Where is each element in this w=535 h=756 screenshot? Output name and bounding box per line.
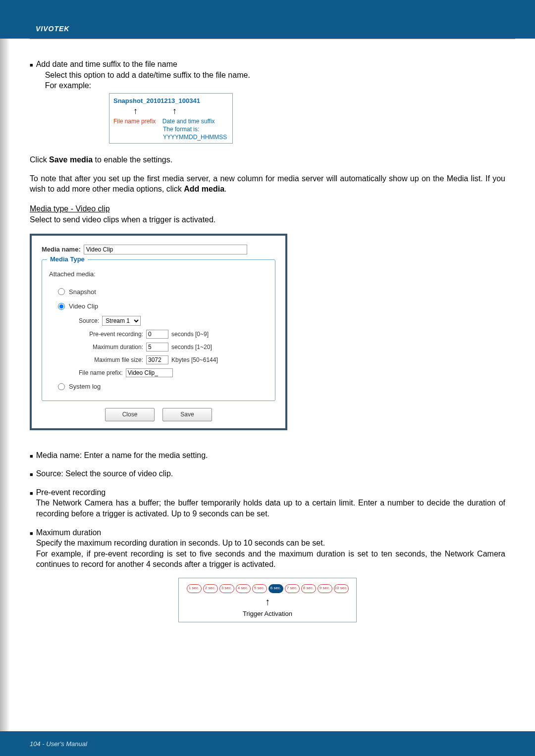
intro-title: Add date and time suffix to the file nam… xyxy=(36,59,250,70)
second-pill: 2 sec. xyxy=(203,584,218,593)
square-bullet-icon: ■ xyxy=(30,487,33,519)
max-filesize-input[interactable] xyxy=(146,355,168,364)
example-prefix-label: File name prefix xyxy=(113,117,156,125)
filename-prefix-label: File name prefix: xyxy=(79,369,123,377)
media-dialog: Media name: Media Type Attached media: S… xyxy=(30,234,287,430)
radio-systemlog-row[interactable]: System log xyxy=(49,379,268,394)
source-select[interactable]: Stream 1 xyxy=(102,316,141,326)
seconds-row: 1 sec.2 sec.3 sec.4 sec.5 sec.6 sec.7 se… xyxy=(184,584,351,593)
text: to enable the settings. xyxy=(93,155,172,164)
square-bullet-icon: ■ xyxy=(30,59,33,91)
second-pill: 7 sec. xyxy=(285,584,300,593)
note-maxdur-title: Maximum duration xyxy=(36,527,505,538)
second-pill: 8 sec. xyxy=(301,584,316,593)
arrow-up-icon: ↑ xyxy=(133,105,138,117)
radio-snapshot-row[interactable]: Snapshot xyxy=(49,285,268,300)
media-type-sub: Select to send video clips when a trigge… xyxy=(30,214,505,225)
media-type-legend: Media Type xyxy=(47,255,88,264)
radio-snapshot-label: Snapshot xyxy=(69,288,96,297)
example-arrows: ↑ ↑ xyxy=(113,105,228,117)
intro-line2: For example: xyxy=(36,80,250,91)
second-pill: 3 sec. xyxy=(219,584,234,593)
footer-text: 104 - User's Manual xyxy=(30,740,87,748)
example-format-label: The format is: YYYYMMDD_HHMMSS xyxy=(163,125,228,141)
pre-event-input[interactable] xyxy=(146,330,168,339)
second-pill: 6 sec. xyxy=(268,584,283,593)
note-source: Source: Select the source of video clip. xyxy=(36,468,173,479)
square-bullet-icon: ■ xyxy=(30,468,33,479)
media-name-input[interactable] xyxy=(84,245,247,254)
trigger-activation-label: Trigger Activation xyxy=(184,609,351,618)
add-media-bold: Add media xyxy=(184,185,224,193)
close-button[interactable]: Close xyxy=(105,408,155,421)
page-header: VIVOTEK xyxy=(0,0,535,39)
max-filesize-label: Maximum file size: xyxy=(79,356,143,364)
media-type-heading: Media type - Video clip xyxy=(30,203,505,214)
radio-videoclip-label: Video Clip xyxy=(69,302,98,311)
pre-event-suffix: seconds [0~9] xyxy=(171,330,209,338)
text: To note that after you set up the first … xyxy=(30,174,505,194)
save-button[interactable]: Save xyxy=(162,408,212,421)
brand-logo: VIVOTEK xyxy=(36,25,69,33)
save-media-line: Click Save media to enable the settings. xyxy=(30,154,505,165)
max-filesize-suffix: Kbytes [50~6144] xyxy=(171,356,218,364)
pre-event-label: Pre-event recording: xyxy=(79,330,143,338)
source-label: Source: xyxy=(79,317,99,325)
save-media-bold: Save media xyxy=(49,155,93,164)
radio-snapshot[interactable] xyxy=(58,288,65,295)
attached-media-label: Attached media: xyxy=(49,270,268,279)
second-pill: 5 sec. xyxy=(252,584,267,593)
example-suffix-label: Date and time suffix xyxy=(162,117,215,125)
arrow-up-icon: ↑ xyxy=(172,105,177,117)
radio-videoclip[interactable] xyxy=(58,303,65,310)
left-gradient-strip xyxy=(0,0,10,756)
intro-bullet: ■ Add date and time suffix to the file n… xyxy=(30,59,505,91)
second-pill: 9 sec. xyxy=(318,584,332,593)
radio-systemlog[interactable] xyxy=(58,383,65,390)
page-content: ■ Add date and time suffix to the file n… xyxy=(0,39,535,632)
add-media-note: To note that after you set up the first … xyxy=(30,173,505,195)
note-maxdur-line1: Specify the maximum recording duration i… xyxy=(36,538,505,549)
filename-prefix-input[interactable] xyxy=(126,368,173,377)
note-preevent-title: Pre-event recording xyxy=(36,487,505,498)
arrow-up-icon: ↑ xyxy=(184,595,351,608)
page-footer: 104 - User's Manual xyxy=(0,731,535,756)
max-duration-suffix: seconds [1~20] xyxy=(171,343,212,351)
max-duration-label: Maximum duration: xyxy=(79,343,143,351)
media-name-label: Media name: xyxy=(42,245,81,254)
radio-videoclip-row[interactable]: Video Clip xyxy=(49,299,268,314)
text: . xyxy=(224,185,226,193)
videoclip-fields: Source: Stream 1 Pre-event recording: se… xyxy=(49,314,268,379)
intro-line1: Select this option to add a date/time su… xyxy=(36,70,250,81)
second-pill: 1 sec. xyxy=(187,584,202,593)
note-maxdur-line2: For example, if pre-event recording is s… xyxy=(36,549,505,570)
radio-systemlog-label: System log xyxy=(69,382,101,391)
note-media-name: Media name: Enter a name for the media s… xyxy=(36,450,208,461)
media-type-fieldset: Media Type Attached media: Snapshot Vide… xyxy=(42,259,275,401)
trigger-activation-box: 1 sec.2 sec.3 sec.4 sec.5 sec.6 sec.7 se… xyxy=(178,578,357,623)
square-bullet-icon: ■ xyxy=(30,450,33,461)
filename-example-box: Snapshot_20101213_100341 ↑ ↑ File name p… xyxy=(109,93,233,144)
square-bullet-icon: ■ xyxy=(30,527,33,570)
second-pill: 10 sec. xyxy=(334,584,349,593)
example-filename: Snapshot_20101213_100341 xyxy=(113,97,228,105)
note-preevent-body: The Network Camera has a buffer; the buf… xyxy=(36,498,505,519)
second-pill: 4 sec. xyxy=(236,584,251,593)
max-duration-input[interactable] xyxy=(146,343,168,352)
notes-section: ■ Media name: Enter a name for the media… xyxy=(30,450,505,570)
text: Click xyxy=(30,155,49,164)
